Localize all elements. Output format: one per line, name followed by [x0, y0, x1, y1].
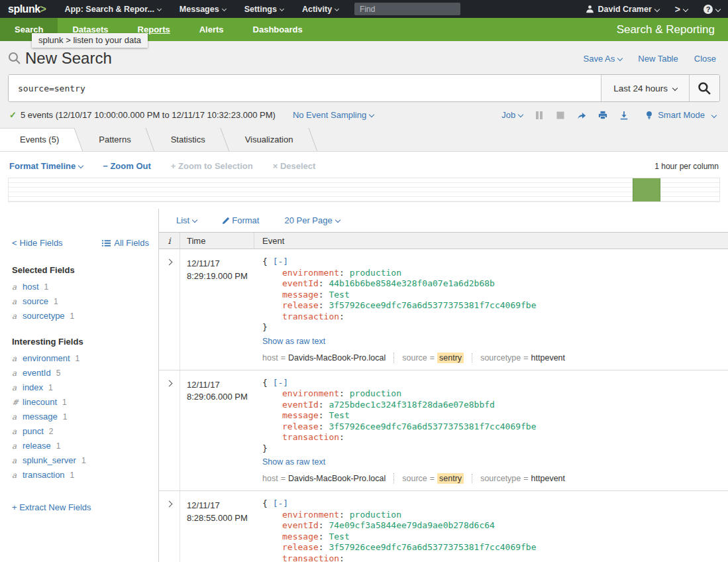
field-item[interactable]: arelease1	[12, 441, 158, 451]
time-range-picker[interactable]: Last 24 hours	[601, 75, 689, 101]
event-meta-field[interactable]: source=sentry	[393, 353, 464, 363]
json-value[interactable]: 44b16b6be8584e328f0a07e1a6d2b68b	[329, 278, 494, 288]
run-search-button[interactable]	[689, 75, 719, 101]
json-key[interactable]: eventId	[282, 278, 319, 288]
field-name-link[interactable]: sourcetype	[23, 311, 65, 321]
json-key[interactable]: environment	[282, 510, 339, 520]
json-key[interactable]: eventId	[282, 520, 319, 530]
event-meta-field[interactable]: host=Davids-MacBook-Pro.local	[262, 474, 386, 483]
format-timeline-menu[interactable]: Format Timeline	[9, 161, 83, 171]
list-view-menu[interactable]: List	[176, 215, 197, 225]
all-fields-button[interactable]: All Fields	[102, 238, 149, 248]
json-value[interactable]: Test	[329, 410, 349, 420]
format-results-menu[interactable]: Format	[222, 215, 259, 225]
expand-event-chevron-icon[interactable]	[166, 259, 173, 266]
share-icon[interactable]	[577, 111, 586, 120]
field-item[interactable]: apunct2	[12, 426, 158, 436]
timeline-histogram[interactable]	[8, 178, 720, 202]
field-item[interactable]: asourcetype1	[12, 311, 158, 321]
expand-event-chevron-icon[interactable]	[166, 380, 173, 386]
json-value[interactable]: 3f57926cee9dfc76a6d5377375381f7cc4069fbe	[329, 542, 536, 552]
job-menu[interactable]: Job	[501, 110, 523, 120]
field-name-link[interactable]: environment	[23, 353, 70, 363]
field-item[interactable]: atransaction1	[12, 470, 158, 480]
json-collapse-toggle[interactable]: [-]	[273, 378, 288, 388]
json-key[interactable]: environment	[282, 388, 339, 398]
zoom-out-button[interactable]: − Zoom Out	[103, 161, 151, 171]
json-value[interactable]: a725bdec1c324f318f28da6e07e8bbfd	[329, 400, 494, 410]
json-value[interactable]: Test	[329, 532, 349, 541]
per-page-menu[interactable]: 20 Per Page	[284, 215, 339, 225]
extract-new-fields-link[interactable]: + Extract New Fields	[12, 502, 91, 512]
show-raw-text-link[interactable]: Show as raw text	[262, 457, 325, 467]
json-value[interactable]: production	[350, 268, 401, 278]
app-nav-item[interactable]: Alerts	[185, 18, 238, 41]
json-value[interactable]: 3f57926cee9dfc76a6d5377375381f7cc4069fbe	[329, 422, 536, 431]
field-name-link[interactable]: message	[23, 412, 58, 422]
json-key[interactable]: transaction	[282, 553, 339, 562]
json-key[interactable]: message	[282, 532, 319, 541]
json-collapse-toggle[interactable]: [-]	[273, 498, 288, 508]
field-item[interactable]: aenvironment1	[12, 353, 158, 363]
field-item[interactable]: asplunk_server1	[12, 455, 158, 465]
user-menu[interactable]: David Cramer	[578, 0, 667, 18]
event-timestamp[interactable]: 12/11/178:29:19.000 PM	[180, 249, 254, 370]
json-value[interactable]: production	[350, 510, 401, 520]
topbar-menu-item[interactable]: Settings	[235, 0, 293, 18]
json-key[interactable]: environment	[282, 268, 339, 278]
json-value[interactable]: 3f57926cee9dfc76a6d5377375381f7cc4069fbe	[329, 300, 536, 310]
timeline-bar[interactable]	[633, 178, 660, 201]
event-timestamp[interactable]: 12/11/178:28:55.000 PM	[180, 491, 254, 562]
json-key[interactable]: transaction	[282, 311, 339, 321]
pause-icon[interactable]	[535, 111, 544, 120]
field-name-link[interactable]: eventId	[23, 368, 51, 378]
topbar-menu-item[interactable]: App: Search & Repor...	[55, 0, 170, 18]
show-raw-text-link[interactable]: Show as raw text	[262, 337, 325, 346]
new-table-button[interactable]: New Table	[638, 54, 678, 64]
json-key[interactable]: release	[282, 300, 319, 310]
field-item[interactable]: aeventId5	[12, 368, 158, 378]
json-key[interactable]: message	[282, 410, 319, 420]
event-meta-field[interactable]: host=Davids-MacBook-Pro.local	[262, 353, 386, 363]
json-value[interactable]: production	[350, 388, 401, 398]
json-key[interactable]: release	[282, 542, 319, 552]
json-key[interactable]: eventId	[282, 400, 319, 410]
hide-fields-button[interactable]: <Hide Fields	[12, 238, 63, 248]
event-meta-field[interactable]: source=sentry	[393, 473, 464, 484]
field-item[interactable]: aindex1	[12, 382, 158, 392]
find-input[interactable]	[354, 3, 460, 15]
field-name-link[interactable]: source	[23, 296, 48, 306]
field-item[interactable]: asource1	[12, 296, 158, 306]
print-icon[interactable]	[598, 111, 607, 120]
event-meta-field[interactable]: sourcetype=httpevent	[472, 353, 565, 363]
stop-icon[interactable]	[556, 111, 565, 120]
splunk-logo[interactable]: splunk>	[0, 3, 55, 15]
field-name-link[interactable]: splunk_server	[23, 455, 76, 465]
field-item[interactable]: amessage1	[12, 412, 158, 422]
results-tab[interactable]: Visualization	[225, 128, 313, 152]
splunk-chevron-menu[interactable]: >	[667, 0, 696, 18]
json-collapse-toggle[interactable]: [-]	[273, 256, 288, 266]
save-as-button[interactable]: Save As	[584, 54, 623, 64]
field-item[interactable]: #linecount1	[12, 397, 158, 407]
results-tab[interactable]: Statistics	[151, 128, 225, 152]
topbar-menu-item[interactable]: Messages	[170, 0, 235, 18]
json-key[interactable]: transaction	[282, 432, 339, 442]
json-key[interactable]: release	[282, 422, 319, 431]
json-value[interactable]: Test	[329, 290, 349, 300]
search-query-input[interactable]	[9, 75, 601, 101]
search-mode-menu[interactable]: Smart Mode	[645, 110, 716, 120]
download-icon[interactable]	[619, 111, 629, 120]
topbar-menu-item[interactable]: Activity	[293, 0, 348, 18]
close-button[interactable]: Close	[694, 54, 716, 64]
event-meta-field[interactable]: sourcetype=httpevent	[472, 474, 565, 483]
event-timestamp[interactable]: 12/11/178:29:06.000 PM	[180, 370, 254, 491]
field-name-link[interactable]: punct	[23, 426, 44, 436]
field-name-link[interactable]: transaction	[23, 470, 65, 480]
field-item[interactable]: ahost1	[12, 282, 158, 292]
field-name-link[interactable]: index	[23, 382, 43, 392]
results-tab[interactable]: Events (5)	[0, 128, 79, 152]
expand-event-chevron-icon[interactable]	[166, 501, 173, 508]
field-name-link[interactable]: release	[23, 441, 51, 451]
results-tab[interactable]: Patterns	[79, 128, 150, 152]
